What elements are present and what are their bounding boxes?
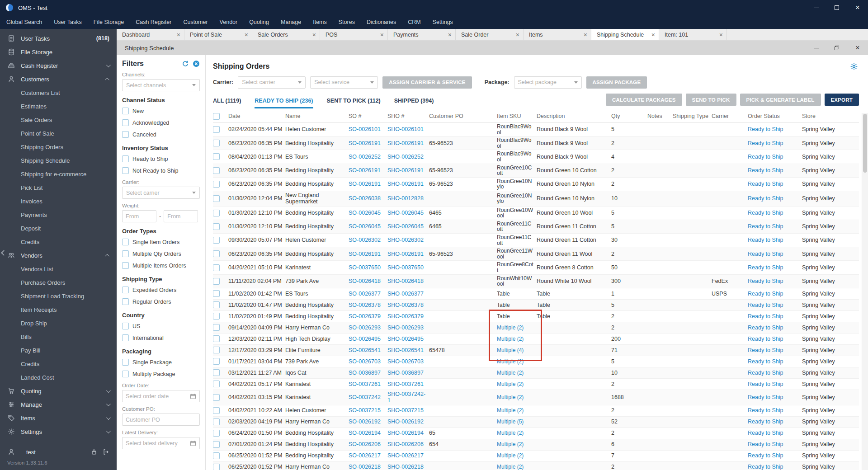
so-link[interactable]: SO-0026191 bbox=[349, 167, 381, 174]
status-tab-all-1119[interactable]: ALL (1119) bbox=[213, 98, 241, 108]
table-row[interactable]: 06/23/2020 06:35 PM Bedding Hospitality … bbox=[213, 178, 859, 191]
table-row[interactable]: 02/03/2020 04:19 PM Harry Herman Co SO-0… bbox=[213, 417, 859, 428]
sidebar-item-shipping-for-e-commerce[interactable]: Shipping for e-commerce bbox=[0, 167, 117, 181]
sidebar-item-shipping-schedule[interactable]: Shipping Schedule bbox=[0, 154, 117, 167]
so-link[interactable]: SO-0026038 bbox=[349, 195, 381, 202]
order-status-link[interactable]: Ready to Ship bbox=[748, 381, 783, 387]
row-checkbox[interactable] bbox=[213, 195, 220, 202]
sho-link[interactable]: SHO-0026378 bbox=[387, 302, 424, 308]
so-link[interactable]: SO-0026191 bbox=[349, 140, 381, 146]
sho-link[interactable]: SHO-0026191 bbox=[387, 181, 424, 187]
menu-item-file-storage[interactable]: File Storage bbox=[94, 19, 124, 25]
sku-multiple-link[interactable]: Multiple (2) bbox=[497, 336, 524, 342]
sku-multiple-link[interactable]: Multiple (2) bbox=[497, 324, 524, 331]
filter-select-carrier[interactable]: Select carrier bbox=[122, 187, 200, 199]
column-header-customer-po[interactable]: Customer PO bbox=[429, 112, 497, 120]
sidebar-item-settings[interactable]: Settings bbox=[0, 425, 117, 438]
sho-link[interactable]: SHO-0037242-1 bbox=[387, 391, 425, 404]
checkbox-icon[interactable] bbox=[122, 250, 129, 257]
inner-minimize-icon[interactable] bbox=[806, 41, 826, 55]
filter-checkbox-single-item-orders[interactable]: Single Item Orders bbox=[122, 237, 200, 247]
order-status-link[interactable]: Ready to Ship bbox=[748, 441, 783, 447]
sidebar-item-payments[interactable]: Payments bbox=[0, 208, 117, 221]
filter-checkbox-international[interactable]: International bbox=[122, 333, 200, 343]
settings-gear-icon[interactable] bbox=[850, 62, 858, 70]
sho-link[interactable]: SHO-0026101 bbox=[387, 126, 424, 132]
checkbox-icon[interactable] bbox=[122, 323, 129, 329]
table-row[interactable]: 08/04/2020 01:13 PM ES Tours SO-0026252 … bbox=[213, 150, 859, 164]
tab-close-icon[interactable]: × bbox=[380, 31, 384, 38]
sidebar-item-cash-register[interactable]: Cash Register bbox=[0, 59, 117, 72]
table-row[interactable]: 06/23/2020 06:35 PM Bedding Hospitality … bbox=[213, 247, 859, 261]
menu-item-vendor[interactable]: Vendor bbox=[220, 19, 238, 25]
so-link[interactable]: SO-0026302 bbox=[349, 237, 381, 243]
column-header-item-sku[interactable]: Item SKU bbox=[497, 113, 537, 120]
table-row[interactable]: 06/24/2020 01:50 PM Bedding Hospitality … bbox=[213, 428, 859, 439]
sidebar-item-drop-ship[interactable]: Drop Ship bbox=[0, 316, 117, 330]
row-checkbox[interactable] bbox=[213, 335, 220, 342]
menu-item-global-search[interactable]: Global Search bbox=[6, 19, 42, 25]
sku-multiple-link[interactable]: Multiple (4) bbox=[497, 347, 524, 353]
table-row[interactable]: 12/03/2020 02:11 PM High Tech Display SO… bbox=[213, 334, 859, 345]
table-row[interactable]: 06/25/2020 01:52 PM Bedding Hospitality … bbox=[213, 451, 859, 462]
sidebar-item-point-of-sale[interactable]: Point of Sale bbox=[0, 127, 117, 140]
table-row[interactable]: 11/02/2020 01:42 PM ES Tours SO-0026377 … bbox=[213, 288, 859, 300]
filter-checkbox-ready-to-ship[interactable]: Ready to Ship bbox=[122, 154, 200, 164]
checkbox-icon[interactable] bbox=[122, 262, 129, 269]
sidebar-item-vendors[interactable]: Vendors bbox=[0, 249, 117, 262]
so-link[interactable]: SO-0026377 bbox=[349, 291, 381, 297]
order-status-link[interactable]: Ready to Ship bbox=[748, 358, 783, 365]
order-status-link[interactable]: Ready to Ship bbox=[748, 313, 783, 320]
row-checkbox[interactable] bbox=[213, 301, 220, 308]
status-tab-shipped-394[interactable]: SHIPPED (394) bbox=[394, 98, 434, 108]
tab-sale-order[interactable]: Sale Order × bbox=[456, 29, 524, 40]
row-checkbox[interactable] bbox=[213, 140, 220, 146]
tab-close-icon[interactable]: × bbox=[584, 31, 587, 38]
column-header-carrier[interactable]: Carrier bbox=[712, 112, 748, 120]
sho-link[interactable]: SHO-0026252 bbox=[387, 154, 424, 160]
assign-carrier-service-button[interactable]: ASSIGN CARRIER & SERVICE bbox=[382, 76, 472, 89]
sho-link[interactable]: SHO-0026218 bbox=[387, 464, 424, 470]
order-status-link[interactable]: Ready to Ship bbox=[748, 140, 783, 146]
order-status-link[interactable]: Ready to Ship bbox=[748, 181, 783, 187]
checkbox-icon[interactable] bbox=[122, 371, 129, 377]
checkbox-icon[interactable] bbox=[122, 119, 129, 126]
row-checkbox[interactable] bbox=[213, 369, 220, 376]
sho-link[interactable]: SHO-0037650 bbox=[387, 264, 424, 271]
tab-close-icon[interactable]: × bbox=[245, 31, 248, 38]
order-status-link[interactable]: Ready to Ship bbox=[748, 347, 783, 353]
filter-checkbox-acknowledged[interactable]: Acknowledged bbox=[122, 118, 200, 127]
so-link[interactable]: SO-0026191 bbox=[349, 181, 381, 187]
row-checkbox[interactable] bbox=[213, 278, 220, 285]
so-link[interactable]: SO-0026252 bbox=[349, 154, 381, 160]
sidebar-item-user-tasks[interactable]: User Tasks (818) bbox=[0, 32, 117, 45]
column-header-date[interactable]: Date bbox=[228, 112, 285, 120]
checkbox-icon[interactable] bbox=[122, 298, 129, 305]
row-checkbox[interactable] bbox=[213, 181, 220, 188]
row-checkbox[interactable] bbox=[213, 394, 220, 401]
table-row[interactable]: 09/30/2020 05:07 PM Helen Customer SO-00… bbox=[213, 234, 859, 247]
order-status-link[interactable]: Ready to Ship bbox=[748, 394, 783, 400]
send-to-pick-button[interactable]: SEND TO PICK bbox=[686, 94, 736, 106]
row-checkbox[interactable] bbox=[213, 441, 220, 448]
order-status-link[interactable]: Ready to Ship bbox=[748, 452, 783, 459]
row-checkbox[interactable] bbox=[213, 290, 220, 297]
filter-checkbox-canceled[interactable]: Canceled bbox=[122, 130, 200, 139]
sho-link[interactable]: SHO-0026293 bbox=[387, 324, 424, 331]
tab-close-icon[interactable]: × bbox=[719, 31, 723, 38]
order-status-link[interactable]: Ready to Ship bbox=[748, 291, 783, 297]
sidebar-item-items[interactable]: Items bbox=[0, 411, 117, 425]
order-status-link[interactable]: Ready to Ship bbox=[748, 126, 783, 132]
order-status-link[interactable]: Ready to Ship bbox=[748, 302, 783, 308]
column-header-qty[interactable]: Qty bbox=[611, 112, 647, 120]
sho-link[interactable]: SHO-0026194 bbox=[387, 430, 424, 436]
order-status-link[interactable]: Ready to Ship bbox=[748, 324, 783, 331]
sidebar-item-purchase-orders[interactable]: Purchase Orders bbox=[0, 276, 117, 289]
filter-date-input-order-date[interactable] bbox=[122, 390, 200, 402]
sku-multiple-link[interactable]: Multiple (2) bbox=[497, 430, 524, 436]
sku-multiple-link[interactable]: Multiple (2) bbox=[497, 452, 524, 459]
menu-item-manage[interactable]: Manage bbox=[281, 19, 301, 25]
sku-multiple-link[interactable]: Multiple (2) bbox=[497, 464, 524, 470]
sidebar-item-file-storage[interactable]: File Storage bbox=[0, 45, 117, 59]
sku-multiple-link[interactable]: Multiple (2) bbox=[497, 441, 524, 447]
